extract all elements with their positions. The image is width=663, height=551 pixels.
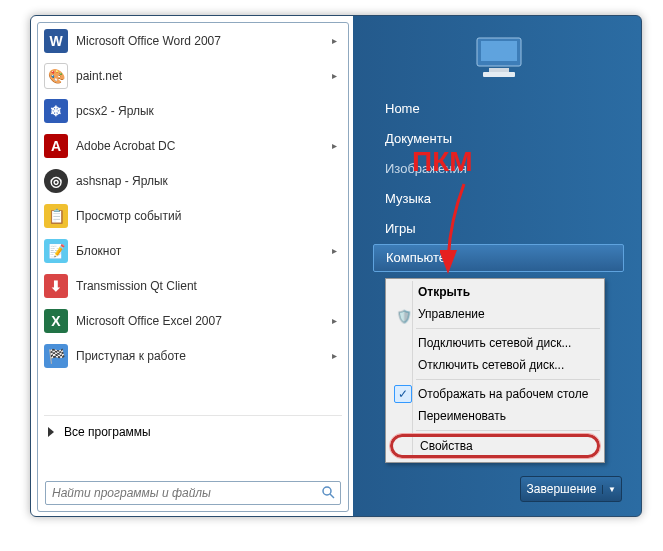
program-word[interactable]: WMicrosoft Office Word 2007▸ bbox=[38, 23, 348, 58]
context-menu: Открыть 🛡️ Управление Подключить сетевой… bbox=[385, 278, 605, 463]
all-programs[interactable]: Все программы bbox=[38, 418, 348, 446]
program-label: Просмотр событий bbox=[76, 209, 348, 223]
snap-icon: ◎ bbox=[44, 169, 68, 193]
svg-rect-3 bbox=[481, 41, 517, 61]
right-link-5[interactable]: Компьютер bbox=[373, 244, 624, 272]
shutdown-dropdown[interactable]: ▼ bbox=[602, 485, 621, 494]
program-label: Microsoft Office Excel 2007 bbox=[76, 314, 332, 328]
computer-icon bbox=[471, 36, 527, 80]
program-start[interactable]: 🏁Приступая к работе▸ bbox=[38, 338, 348, 373]
triangle-icon bbox=[48, 427, 54, 437]
search-wrapper bbox=[45, 481, 341, 505]
event-icon: 📋 bbox=[44, 204, 68, 228]
right-link-4[interactable]: Игры bbox=[361, 214, 636, 244]
start-icon: 🏁 bbox=[44, 344, 68, 368]
right-link-1[interactable]: Документы bbox=[361, 124, 636, 154]
program-pcsx[interactable]: ❄pcsx2 - Ярлык bbox=[38, 93, 348, 128]
context-rename[interactable]: Переименовать bbox=[388, 405, 602, 427]
program-adobe[interactable]: AAdobe Acrobat DC▸ bbox=[38, 128, 348, 163]
program-label: pcsx2 - Ярлык bbox=[76, 104, 348, 118]
separator bbox=[44, 415, 342, 416]
program-label: Microsoft Office Word 2007 bbox=[76, 34, 332, 48]
all-programs-label: Все программы bbox=[64, 425, 151, 439]
right-link-3[interactable]: Музыка bbox=[361, 184, 636, 214]
shield-icon: 🛡️ bbox=[396, 306, 412, 328]
left-panel: WMicrosoft Office Word 2007▸🎨paint.net▸❄… bbox=[37, 22, 349, 512]
context-separator bbox=[416, 379, 600, 380]
shutdown-label: Завершение bbox=[521, 482, 602, 496]
chevron-right-icon: ▸ bbox=[332, 140, 344, 151]
trans-icon: ⬇ bbox=[44, 274, 68, 298]
program-label: Приступая к работе bbox=[76, 349, 332, 363]
right-link-0[interactable]: Home bbox=[361, 94, 636, 124]
context-show-desktop[interactable]: ✓ Отображать на рабочем столе bbox=[388, 383, 602, 405]
chevron-right-icon: ▸ bbox=[332, 315, 344, 326]
chevron-right-icon: ▸ bbox=[332, 350, 344, 361]
context-show-desktop-label: Отображать на рабочем столе bbox=[418, 387, 588, 401]
search-icon bbox=[321, 485, 335, 502]
program-paint[interactable]: 🎨paint.net▸ bbox=[38, 58, 348, 93]
excel-icon: X bbox=[44, 309, 68, 333]
note-icon: 📝 bbox=[44, 239, 68, 263]
programs-list: WMicrosoft Office Word 2007▸🎨paint.net▸❄… bbox=[38, 23, 348, 413]
program-trans[interactable]: ⬇Transmission Qt Client bbox=[38, 268, 348, 303]
paint-icon: 🎨 bbox=[44, 64, 68, 88]
program-snap[interactable]: ◎ashsnap - Ярлык bbox=[38, 163, 348, 198]
adobe-icon: A bbox=[44, 134, 68, 158]
svg-rect-4 bbox=[489, 68, 509, 72]
chevron-right-icon: ▸ bbox=[332, 245, 344, 256]
program-label: paint.net bbox=[76, 69, 332, 83]
chevron-right-icon: ▸ bbox=[332, 35, 344, 46]
pcsx-icon: ❄ bbox=[44, 99, 68, 123]
program-label: Блокнот bbox=[76, 244, 332, 258]
chevron-right-icon: ▸ bbox=[332, 70, 344, 81]
right-link-2[interactable]: Изображения bbox=[361, 154, 636, 184]
program-excel[interactable]: XMicrosoft Office Excel 2007▸ bbox=[38, 303, 348, 338]
word-icon: W bbox=[44, 29, 68, 53]
context-connect-drive[interactable]: Подключить сетевой диск... bbox=[388, 332, 602, 354]
svg-rect-5 bbox=[483, 72, 515, 77]
context-properties[interactable]: Свойства bbox=[390, 434, 600, 458]
program-label: Transmission Qt Client bbox=[76, 279, 348, 293]
context-disconnect-drive[interactable]: Отключить сетевой диск... bbox=[388, 354, 602, 376]
program-note[interactable]: 📝Блокнот▸ bbox=[38, 233, 348, 268]
context-manage-label: Управление bbox=[418, 307, 485, 321]
shutdown-button[interactable]: Завершение ▼ bbox=[520, 476, 622, 502]
context-manage[interactable]: 🛡️ Управление bbox=[388, 303, 602, 325]
context-separator bbox=[416, 328, 600, 329]
svg-line-1 bbox=[330, 494, 334, 498]
context-open[interactable]: Открыть bbox=[388, 281, 602, 303]
search-input[interactable] bbox=[45, 481, 341, 505]
svg-point-0 bbox=[323, 487, 331, 495]
program-event[interactable]: 📋Просмотр событий bbox=[38, 198, 348, 233]
context-separator bbox=[416, 430, 600, 431]
program-label: ashsnap - Ярлык bbox=[76, 174, 348, 188]
program-label: Adobe Acrobat DC bbox=[76, 139, 332, 153]
check-icon: ✓ bbox=[394, 385, 412, 403]
